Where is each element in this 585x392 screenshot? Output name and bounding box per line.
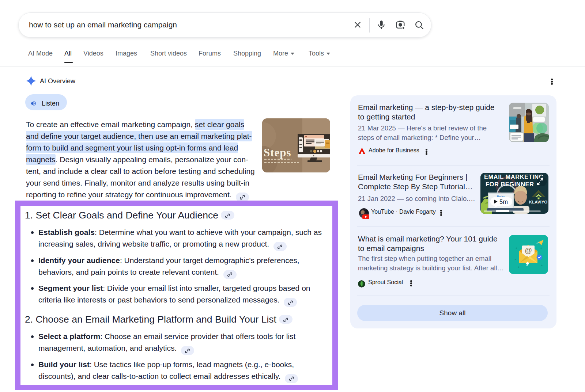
svg-text:EMAIL MARKETING: EMAIL MARKETING — [484, 174, 544, 180]
svg-text:@: @ — [525, 246, 532, 254]
svg-text:Steps: Steps — [264, 146, 291, 159]
svg-text:KLAVIYO: KLAVIYO — [529, 200, 547, 204]
svg-text:FOR BEGINNER: FOR BEGINNER — [486, 181, 534, 187]
svg-text:5m: 5m — [499, 198, 508, 205]
